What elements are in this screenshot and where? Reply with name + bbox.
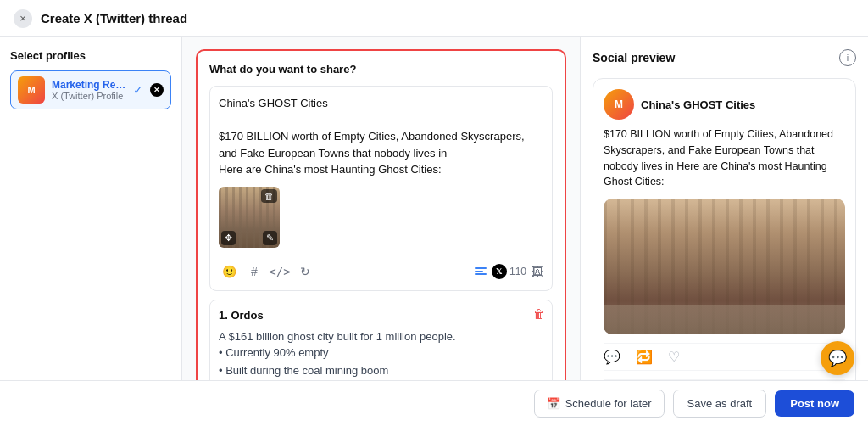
check-icon: ✓: [133, 83, 143, 97]
left-sidebar: Select profiles M Marketing RecurPost [P…: [0, 37, 182, 380]
media-button[interactable]: 🖼: [531, 265, 543, 278]
tweet-1-text[interactable]: China's GHOST Cities $170 BILLION worth …: [219, 95, 543, 178]
calendar-icon: 📅: [547, 397, 560, 410]
image-move-button[interactable]: ✥: [221, 231, 236, 245]
retweet-action-icon[interactable]: 🔁: [636, 349, 653, 365]
middle-content: What do you want to share? China's GHOST…: [182, 37, 580, 380]
image-edit-button[interactable]: ✎: [263, 231, 277, 245]
comment-action-icon[interactable]: 💬: [604, 349, 620, 365]
preview-tweet-card: M China's GHOST Cities $170 BILLION wort…: [593, 78, 856, 380]
preview-avatar: M: [604, 89, 634, 120]
schedule-button[interactable]: 📅 Schedule for later: [534, 390, 665, 418]
char-count-badge: 𝕏 110: [492, 264, 526, 279]
post-now-button[interactable]: Post now: [775, 390, 854, 417]
tweet-2-title[interactable]: 1. Ordos: [219, 309, 543, 322]
header: × Create X (Twitter) thread: [0, 0, 868, 37]
preview-profile-row: M China's GHOST Cities: [604, 89, 845, 120]
tweet-toolbar: 🙂 # </> ↻ 𝕏 110: [219, 261, 543, 282]
tweet-image-container: 🗑 ✥ ✎: [219, 187, 280, 248]
sidebar-section-title: Select profiles: [10, 49, 171, 62]
dialog-title: Create X (Twitter) thread: [41, 11, 187, 25]
close-button[interactable]: ×: [14, 9, 32, 28]
tweet-2-body[interactable]: A $161 billion ghost city built for 1 mi…: [219, 328, 543, 345]
footer: 📅 Schedule for later Save as draft Post …: [0, 380, 868, 426]
preview-profile-name: China's GHOST Cities: [641, 98, 755, 111]
preview-actions: 💬 🔁 ♡ ⬆: [604, 343, 845, 371]
refresh-button[interactable]: ↻: [295, 261, 315, 282]
thread-question: What do you want to share?: [209, 63, 553, 76]
like-action-icon[interactable]: ♡: [668, 349, 680, 365]
main-layout: Select profiles M Marketing RecurPost [P…: [0, 37, 868, 380]
tweet-2-bullet-1: • Currently 90% empty: [219, 345, 543, 362]
right-preview: Social preview i M China's GHOST Cities …: [580, 37, 868, 380]
image-delete-button[interactable]: 🗑: [261, 189, 277, 203]
avatar: M: [18, 76, 45, 104]
preview-title: Social preview: [593, 51, 675, 64]
tweet-1-editor[interactable]: China's GHOST Cities $170 BILLION worth …: [209, 86, 553, 291]
x-icon: 𝕏: [492, 264, 507, 279]
emoji-button[interactable]: 🙂: [219, 261, 239, 282]
profile-type: X (Twitter) Profile: [52, 91, 126, 101]
info-icon[interactable]: i: [839, 49, 856, 66]
profile-chip[interactable]: M Marketing RecurPost [P... X (Twitter) …: [10, 70, 171, 109]
chat-bubble-button[interactable]: 💬: [821, 341, 854, 375]
tweet-2-delete-button[interactable]: 🗑: [533, 307, 545, 321]
thread-icon[interactable]: [475, 267, 487, 275]
thread-box: What do you want to share? China's GHOST…: [196, 49, 566, 380]
profile-name: Marketing RecurPost [P...: [52, 79, 126, 91]
preview-header: Social preview i: [593, 49, 856, 66]
tweet-2-bullet-2: • Built during the coal mining boom: [219, 362, 543, 380]
code-button[interactable]: </>: [270, 261, 290, 282]
tweet-2-editor[interactable]: 🗑 1. Ordos A $161 billion ghost city bui…: [209, 300, 553, 381]
save-draft-button[interactable]: Save as draft: [673, 390, 767, 418]
profile-info: Marketing RecurPost [P... X (Twitter) Pr…: [52, 79, 126, 101]
preview-image: [604, 199, 845, 334]
chat-bubble-icon: 💬: [828, 349, 847, 367]
water-reflection: [604, 305, 845, 334]
hashtag-button[interactable]: #: [244, 261, 264, 282]
preview-tweet-1-text: $170 BILLION worth of Empty Cities, Aban…: [604, 126, 845, 190]
char-count: 110: [509, 266, 526, 277]
x-close-icon: ✕: [150, 83, 164, 97]
